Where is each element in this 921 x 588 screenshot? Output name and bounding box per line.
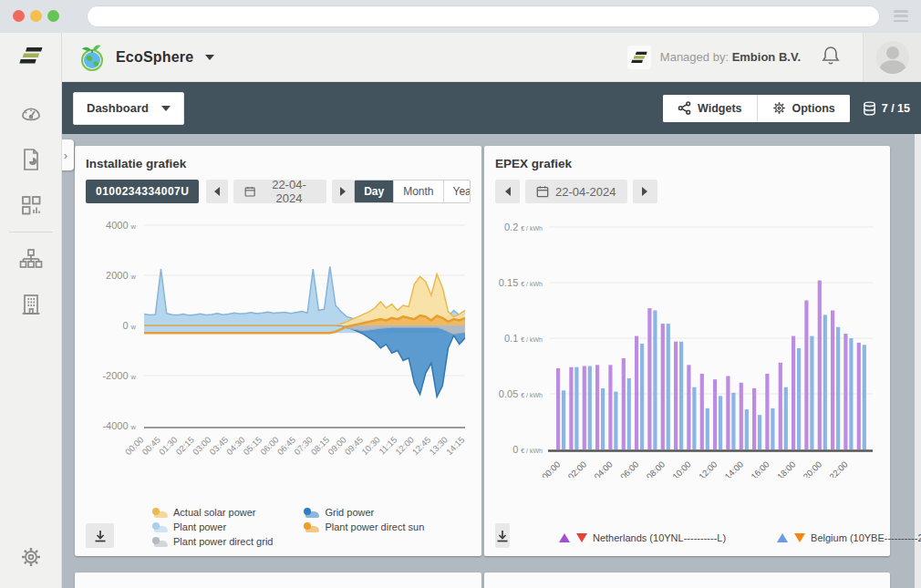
sidebar-collapse-toggle[interactable]: ›	[62, 139, 74, 170]
triangle-down-icon	[576, 533, 587, 542]
triangle-up-icon	[559, 533, 570, 542]
period-year-button[interactable]: Year	[443, 181, 471, 202]
x-axis-label: 00:00	[540, 459, 563, 478]
download-button[interactable]	[86, 523, 114, 548]
y-axis-label: 0.15€ / kWh	[499, 277, 543, 288]
bar	[823, 315, 827, 449]
app-switcher[interactable]: EcoSphere	[62, 42, 214, 73]
legend-item[interactable]: Actual solar power	[152, 507, 273, 518]
legend-swatch-icon	[152, 522, 168, 532]
x-axis-label: 00:00	[123, 435, 146, 458]
widget-counter-value: 7 / 15	[882, 102, 910, 115]
x-axis-label: 06:00	[618, 459, 641, 478]
bar	[797, 348, 801, 449]
sidebar-item-settings[interactable]	[0, 546, 62, 568]
legend-item[interactable]: Plant power direct sun	[304, 521, 424, 532]
bar	[635, 336, 638, 449]
bar	[622, 358, 626, 449]
legend-item[interactable]: Grid power	[304, 507, 424, 518]
dashboard-selector[interactable]: Dashboard	[73, 92, 184, 125]
legend-item[interactable]: Plant power	[152, 521, 273, 532]
bar	[601, 388, 605, 449]
date-picker-button[interactable]: 22-04-2024	[233, 180, 326, 203]
bar	[679, 342, 683, 449]
x-axis-label: 05:15	[242, 435, 264, 458]
avatar	[876, 41, 909, 74]
download-button[interactable]	[495, 523, 510, 548]
bar	[674, 342, 678, 449]
widgets-button[interactable]: Widgets	[663, 95, 757, 122]
legend-item[interactable]: Netherlands (10YNL----------L)	[559, 532, 726, 543]
y-axis-label: 2000w	[106, 270, 136, 281]
widget-title: EPEX grafiek	[495, 157, 879, 170]
bar	[857, 343, 861, 449]
scrollbar-track[interactable]	[915, 134, 921, 588]
managed-by-logo-icon	[627, 46, 651, 69]
x-axis-label: 04:00	[592, 459, 615, 478]
dashboard-selector-label: Dashboard	[87, 101, 149, 115]
legend-item[interactable]: Belgium (10YBE----------2)	[777, 532, 921, 543]
prev-date-button[interactable]	[206, 180, 228, 203]
embion-logo-icon[interactable]	[19, 46, 43, 69]
chevron-down-icon	[161, 106, 171, 111]
notifications-button[interactable]	[821, 45, 841, 70]
sidebar-item-dashboard[interactable]	[0, 91, 62, 137]
x-axis-label: 08:15	[309, 435, 332, 458]
prev-date-button[interactable]	[495, 180, 520, 203]
legend-item[interactable]: Plant power direct grid	[152, 536, 273, 547]
toolbar-button-group: Widgets Options	[663, 95, 850, 122]
sidebar-item-sitemap[interactable]	[0, 236, 62, 282]
settings-gear-icon	[20, 546, 42, 568]
period-month-button[interactable]: Month	[393, 181, 442, 202]
building-icon	[20, 293, 42, 316]
y-axis-label: 0.2€ / kWh	[504, 222, 543, 232]
bar	[614, 392, 617, 449]
bar	[752, 388, 756, 449]
x-axis-label: 20:00	[801, 459, 823, 478]
window-close-button[interactable]	[13, 10, 25, 22]
next-date-button[interactable]	[332, 180, 354, 203]
bar	[771, 408, 774, 449]
triangle-down-icon	[794, 533, 805, 542]
sidebar	[0, 33, 62, 588]
sitemap-icon	[19, 248, 43, 270]
bell-icon	[821, 45, 841, 67]
sidebar-item-buildings[interactable]	[0, 282, 62, 327]
legend-label: Plant power	[173, 521, 226, 532]
address-bar[interactable]	[87, 5, 880, 27]
window-minimize-button[interactable]	[30, 10, 42, 22]
user-menu[interactable]	[863, 33, 921, 81]
arrow-right-icon	[642, 187, 647, 196]
next-row-widget	[75, 573, 481, 588]
y-axis-label: -4000w	[102, 420, 136, 431]
widgets-button-label: Widgets	[698, 102, 742, 115]
calendar-icon	[536, 185, 549, 198]
widget-title: Installatie grafiek	[86, 157, 471, 170]
x-axis-label: 14:00	[722, 459, 745, 478]
bar	[687, 365, 690, 449]
bar	[849, 338, 853, 449]
serial-badge: 0100234334007U	[86, 180, 199, 203]
x-axis-label: 00:45	[140, 435, 162, 458]
period-day-button[interactable]: Day	[355, 181, 393, 202]
legend-label: Grid power	[325, 507, 374, 518]
date-picker-button[interactable]: 22-04-2024	[525, 180, 627, 203]
x-axis-label: 08:00	[644, 459, 667, 478]
bar	[700, 374, 704, 449]
window-maximize-button[interactable]	[47, 10, 59, 22]
bar	[804, 301, 808, 450]
next-date-button[interactable]	[633, 180, 657, 203]
bar	[726, 377, 730, 450]
bar	[653, 311, 657, 450]
sidebar-divider	[9, 232, 53, 232]
browser-menu-icon[interactable]	[894, 10, 908, 22]
bar	[818, 281, 822, 449]
legend-label: Belgium (10YBE----------2)	[811, 532, 921, 543]
widget-counter: 7 / 15	[863, 101, 910, 116]
sidebar-item-reports[interactable]	[0, 137, 62, 182]
sidebar-item-widgets[interactable]	[0, 182, 62, 228]
options-button[interactable]: Options	[757, 95, 850, 122]
x-axis-label: 04:30	[224, 435, 247, 458]
download-icon	[93, 529, 108, 543]
download-icon	[495, 529, 510, 543]
